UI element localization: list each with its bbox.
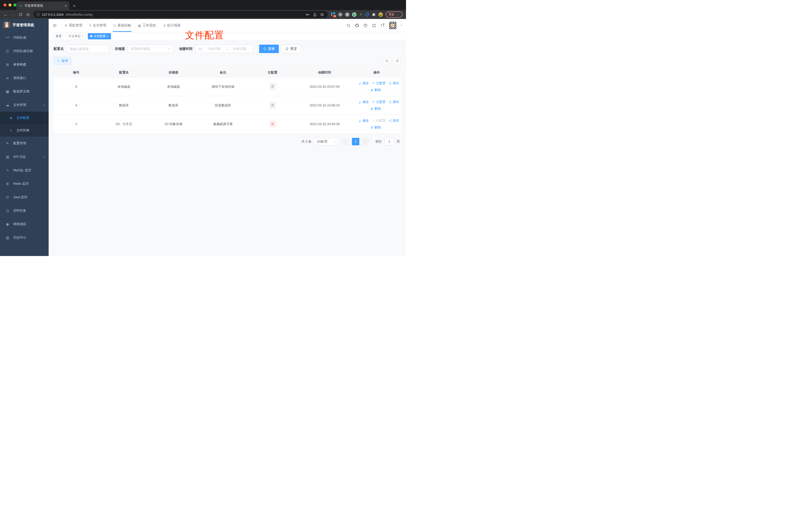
close-icon[interactable]: × [107,35,108,38]
refresh-icon [396,59,399,63]
tab-payment-management[interactable]: ¥ 支付管理 [86,19,109,32]
edit-action[interactable]: 修改 [358,100,369,104]
clock-icon: ◷ [5,209,10,213]
tab-statistics-report[interactable]: ◔ 统计报表 [160,19,183,32]
bookmark-star-icon[interactable] [320,12,324,17]
search-icon[interactable] [346,24,351,28]
master-action[interactable]: 主配置 [372,100,385,104]
collapse-sidebar-icon[interactable] [53,24,57,28]
fullscreen-icon[interactable] [372,24,376,28]
browser-update-button[interactable]: 更新 ⋮ [385,11,403,18]
sidebar-item-file-config[interactable]: ⚙ 文件配置 [0,112,49,124]
test-action[interactable]: 测试 [388,100,399,104]
storage-select[interactable]: 请选择存储器 ∨ [128,44,173,53]
cell-actions: 修改 主配置 测试 删除 [352,77,401,96]
search-button[interactable]: 搜索 [259,44,279,53]
sidebar-item-codegen-example[interactable]: ☑ 代码生成示例 [0,44,49,58]
password-key-icon[interactable] [306,12,310,17]
refresh-table-button[interactable] [394,57,401,65]
home-button[interactable] [26,12,30,17]
maximize-window-button[interactable] [13,3,17,6]
site-info-icon[interactable]: i [36,13,40,16]
share-icon[interactable] [313,12,317,17]
calendar-icon [198,47,202,51]
date-range-picker[interactable]: 开始日期 - 结束日期 [195,44,253,53]
extensions-puzzle-icon[interactable] [372,12,376,17]
sidebar-item-api-log[interactable]: ▤ API 日志 ∨ [0,150,49,163]
delete-action[interactable]: 删除 [370,107,381,111]
tab-close-icon[interactable]: × [65,4,67,8]
file-config-table: 编号 配置名 存储器 备注 主配置 创建时间 操作 5 本地磁盘 本地磁盘 测试 [54,68,401,133]
page-size-select[interactable]: 10条/页 ∨ [314,138,340,145]
tag-file-config[interactable]: 文件配置 × [88,33,111,39]
sidebar-item-tracing[interactable]: ◉ 链路追踪 [0,217,49,231]
sidebar-item-system-api[interactable]: ≡ 系统接口 [0,71,49,85]
sidebar-item-db-doc[interactable]: ▦ 数据库文档 [0,85,49,98]
tag-label: 文件配置 [93,34,106,38]
tab-system-management[interactable]: ⚙ 系统管理 [61,19,85,32]
page-1-button[interactable]: 1 [352,138,359,145]
reload-button[interactable] [19,12,23,17]
browser-menu-icon[interactable]: ⋮ [397,13,400,17]
avatar-caret-icon[interactable]: ▾ [401,24,402,27]
reset-button[interactable]: 重置 [281,44,301,53]
back-button[interactable]: ← [3,12,8,17]
edit-action[interactable]: 修改 [358,81,369,86]
tag-profile[interactable]: 个人中心 × [66,33,86,39]
extension-star-icon[interactable]: ✶ [359,12,362,17]
master-action[interactable]: 主配置 [372,81,385,86]
forward-button[interactable]: → [11,12,15,17]
show-search-button[interactable] [383,57,390,65]
url-bar[interactable]: i 127.0.0.1:1024 /infra/file/file-config [33,11,328,18]
tab-infrastructure[interactable]: ⊡ 基础设施 [110,19,134,32]
extension-emoji-icon[interactable] [379,12,383,17]
prev-page-button[interactable]: ‹ [342,138,349,145]
cell-name: 数据库 [99,96,149,115]
test-action[interactable]: 测试 [388,81,399,86]
briefcase-icon: ▣ [138,24,141,27]
delete-action[interactable]: 删除 [370,88,381,92]
delete-action[interactable]: 删除 [370,125,381,130]
close-icon[interactable]: × [82,35,83,38]
extension-command-icon[interactable]: ⌘ [338,12,342,17]
tag-home[interactable]: 首页 [53,33,64,39]
minimize-window-button[interactable] [8,3,11,6]
pagination: 共 3 条 10条/页 ∨ ‹ 1 › 前往 页 [54,138,401,145]
sidebar-item-java-monitor[interactable]: ⊡ Java 监控 [0,190,49,204]
favicon-leaf-icon [19,4,23,7]
edit-action[interactable]: 修改 [358,118,369,123]
extension-grid-icon[interactable]: 11 [331,12,336,17]
cell-remark: 测试下本地存储 [198,77,248,96]
config-name-input[interactable] [69,47,106,51]
sidebar-item-log-center[interactable]: ▥ 日志中心 [0,231,49,244]
sidebar-item-mysql-monitor[interactable]: ∿ MySQL 监控 [0,163,49,177]
sidebar-item-file-list[interactable]: ⇧ 文件列表 [0,124,49,137]
browser-tab[interactable]: 芋道管理系统 × [17,1,69,10]
font-size-icon[interactable]: TT [380,23,385,28]
test-action[interactable]: 测试 [388,118,399,123]
next-page-button[interactable]: › [362,138,369,145]
extension-y-icon[interactable]: Y [352,12,356,17]
add-button-label: 新增 [61,59,68,63]
table-row: 4 数据库 数据库 我是数据库 否 2022-03-15 23:56:24 修改… [54,96,401,115]
window-controls[interactable] [3,3,17,6]
close-window-button[interactable] [3,3,6,6]
sidebar-item-file-management[interactable]: ☁ 文件管理 ∧ [0,98,49,112]
sidebar-item-scheduled-jobs[interactable]: ◷ 定时任务 [0,204,49,217]
tab-workflow[interactable]: ▣ 工作流程 [135,19,159,32]
sidebar-item-codegen[interactable]: </> 代码生成 [0,31,49,44]
sidebar-item-form-builder[interactable]: ⊞ 表单构建 [0,58,49,71]
github-icon[interactable] [355,24,359,28]
col-header-remark: 备注 [198,68,248,77]
extension-eye-icon[interactable] [365,13,369,17]
browser-chrome: 芋道管理系统 × + ← → i 127.0.0.1:1024 /infra/f… [0,0,406,19]
sidebar-item-config-management[interactable]: ✎ 配置管理 [0,137,49,150]
goto-page-input[interactable] [384,138,394,145]
extension-circle-icon[interactable] [345,12,349,17]
sidebar-item-redis-monitor[interactable]: ≣ Redis 监控 [0,177,49,190]
help-icon[interactable] [364,24,368,28]
document-edit-icon: ▤ [5,155,10,159]
avatar[interactable] [389,22,397,29]
new-tab-button[interactable]: + [73,3,76,10]
add-button[interactable]: 新增 [54,57,71,65]
